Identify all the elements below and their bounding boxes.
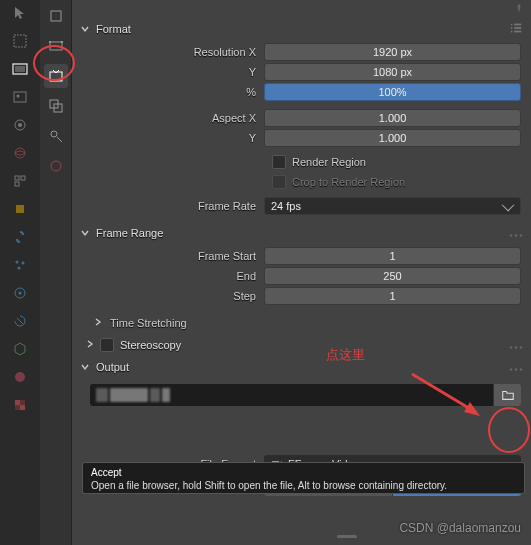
collection-icon[interactable] [10,171,30,191]
svg-point-7 [15,148,25,158]
svg-rect-25 [61,41,63,43]
pin-icon[interactable] [513,2,525,16]
output-header[interactable]: Output [72,356,531,378]
svg-point-30 [51,161,61,171]
frame-start-field[interactable]: 1 [264,247,521,265]
viewport-sidebar [0,0,40,545]
percent-label: % [88,86,264,98]
svg-point-29 [51,131,57,137]
chevron-down-icon [80,362,92,372]
svg-rect-20 [20,400,25,405]
svg-point-37 [510,234,512,236]
svg-point-43 [510,368,512,370]
image-icon[interactable] [10,87,30,107]
particles-icon[interactable] [10,255,30,275]
data-icon[interactable] [10,339,30,359]
svg-rect-2 [15,66,25,72]
texture-icon[interactable] [10,395,30,415]
options-icon[interactable] [509,227,523,239]
frame-end-label: End [88,270,264,282]
aspect-x-label: Aspect X [88,112,264,124]
svg-rect-21 [15,405,20,410]
svg-point-12 [16,261,19,264]
svg-rect-9 [21,176,25,180]
frame-start-label: Frame Start [88,250,264,262]
svg-point-38 [515,234,517,236]
chevron-right-icon [94,317,104,329]
resolution-x-field[interactable]: 1920 px [264,43,521,61]
svg-point-14 [18,267,21,270]
render-tab-icon[interactable] [44,34,68,58]
folder-icon [501,388,515,402]
svg-point-45 [520,368,522,370]
svg-rect-32 [514,24,521,26]
tool-tab-icon[interactable] [44,4,68,28]
svg-rect-18 [15,400,20,405]
constraints-icon[interactable] [10,311,30,331]
list-icon[interactable] [509,21,523,37]
format-header[interactable]: Format [72,18,531,40]
aspect-x-field[interactable]: 1.000 [264,109,521,127]
resolution-y-field[interactable]: 1080 px [264,63,521,81]
svg-rect-23 [50,42,62,50]
frame-rate-select[interactable]: 24 fps [264,197,521,215]
viewlayer-tab-icon[interactable] [44,94,68,118]
frame-step-field[interactable]: 1 [264,287,521,305]
time-stretching-header[interactable]: Time Stretching [72,312,531,334]
browse-folder-button[interactable] [493,384,521,406]
output-box-icon[interactable] [10,59,30,79]
scene-icon[interactable] [10,115,30,135]
stereoscopy-header[interactable]: Stereoscopy [72,334,531,356]
modifier-icon[interactable] [10,227,30,247]
svg-rect-24 [49,41,51,43]
frame-rate-label: Frame Rate [88,200,264,212]
svg-point-39 [520,234,522,236]
scene-tab-icon[interactable] [44,124,68,148]
object-icon[interactable] [10,199,30,219]
svg-point-35 [511,31,513,33]
resolution-x-label: Resolution X [88,46,264,58]
svg-point-6 [18,123,22,127]
output-tab-icon[interactable] [44,64,68,88]
svg-rect-8 [15,176,19,180]
cursor-icon[interactable] [10,3,30,23]
chevron-down-icon [80,24,92,34]
crop-region-checkbox[interactable] [272,175,286,189]
crop-region-label: Crop to Render Region [292,176,405,188]
svg-rect-0 [14,35,26,47]
select-box-icon[interactable] [10,31,30,51]
stereoscopy-checkbox[interactable] [100,338,114,352]
frame-end-field[interactable]: 250 [264,267,521,285]
svg-point-44 [515,368,517,370]
svg-point-4 [17,95,20,98]
output-path-input[interactable] [90,384,493,406]
format-section: Format Resolution X1920 px Y1080 px %100… [72,18,531,222]
world-tab-icon[interactable] [44,154,68,178]
physics-icon[interactable] [10,283,30,303]
svg-rect-19 [20,405,25,410]
material-icon[interactable] [10,367,30,387]
svg-point-40 [510,346,512,348]
properties-tabs [40,0,72,545]
percent-field[interactable]: 100% [264,83,521,101]
svg-point-31 [511,24,513,26]
watermark: CSDN @dalaomanzou [399,521,521,535]
annotation-text: 点这里 [326,346,365,364]
tooltip-title: Accept [91,466,516,479]
resize-handle[interactable] [337,535,357,538]
tooltip: Accept Open a file browser, hold Shift t… [82,462,525,494]
render-region-checkbox[interactable] [272,155,286,169]
svg-point-16 [19,292,22,295]
options-icon[interactable] [509,339,523,351]
aspect-y-label: Y [88,132,264,144]
options-icon[interactable] [509,361,523,373]
resolution-y-label: Y [88,66,264,78]
world-icon[interactable] [10,143,30,163]
render-region-label: Render Region [292,156,366,168]
frame-range-header[interactable]: Frame Range [72,222,531,244]
svg-point-41 [515,346,517,348]
svg-point-33 [511,27,513,29]
svg-rect-10 [15,182,19,186]
frame-range-section: Frame Range Frame Start1 End250 Step1 Ti… [72,222,531,334]
aspect-y-field[interactable]: 1.000 [264,129,521,147]
